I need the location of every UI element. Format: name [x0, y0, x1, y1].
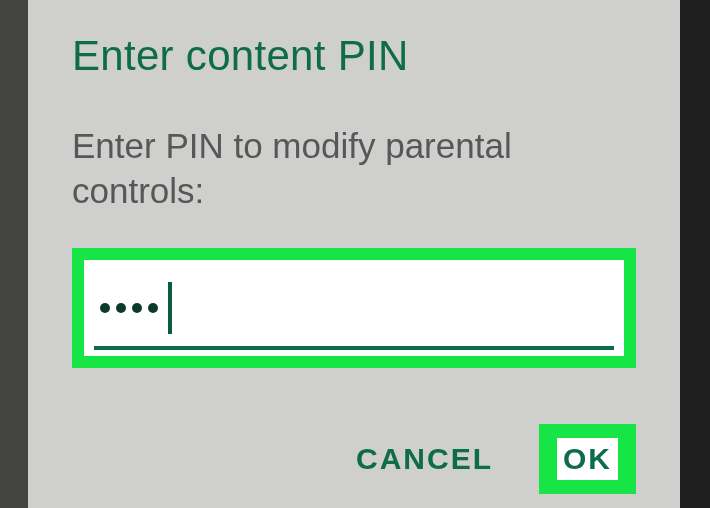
dialog-message: Enter PIN to modify parental controls: [72, 124, 636, 214]
pin-input[interactable] [84, 260, 624, 356]
dialog-title: Enter content PIN [72, 32, 636, 80]
pin-dialog: Enter content PIN Enter PIN to modify pa… [28, 0, 680, 508]
pin-dot [148, 303, 158, 313]
pin-dot [100, 303, 110, 313]
pin-mask-dots [100, 282, 172, 334]
pin-dot [116, 303, 126, 313]
pin-input-highlight [72, 248, 636, 368]
ok-button-highlight: OK [539, 424, 636, 494]
dialog-actions: CANCEL OK [72, 424, 636, 494]
cancel-button[interactable]: CANCEL [356, 442, 493, 476]
system-nav-rail [678, 0, 710, 508]
input-underline [94, 346, 614, 350]
app-backdrop: Enter content PIN Enter PIN to modify pa… [0, 0, 710, 508]
ok-button[interactable]: OK [557, 438, 618, 480]
pin-dot [132, 303, 142, 313]
text-cursor [168, 282, 172, 334]
